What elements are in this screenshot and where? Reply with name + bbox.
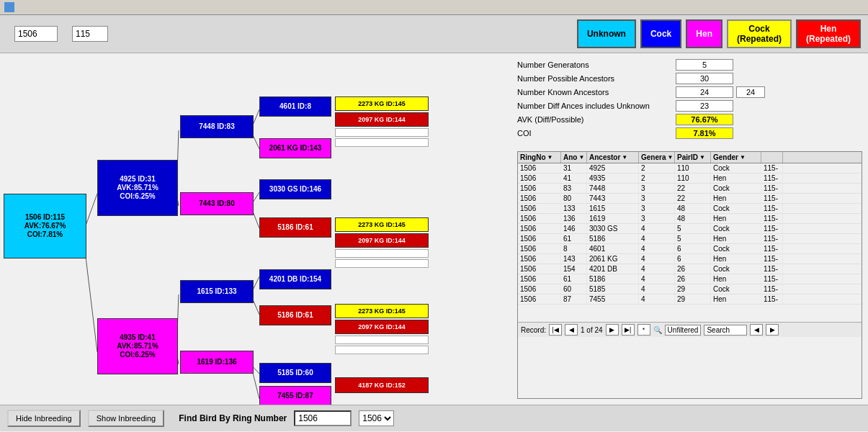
cell-pairid: 22 bbox=[675, 194, 711, 203]
pedigree-1615: 1615 ID:133 bbox=[180, 280, 254, 303]
find-bird-input[interactable] bbox=[294, 410, 352, 426]
cell-ancestor: 4201 DB bbox=[587, 264, 639, 274]
record-info: 1 of 24 bbox=[581, 326, 603, 334]
hide-inbreeding-button[interactable]: Hide Inbreeding bbox=[7, 410, 81, 427]
pedigree-4201: 4201 DB ID:154 bbox=[259, 269, 331, 289]
pedigree-blank-a1 bbox=[335, 128, 429, 137]
grid-search-input[interactable] bbox=[704, 325, 747, 336]
pedigree-1619: 1619 ID:136 bbox=[180, 351, 254, 374]
cell-genera: 4 bbox=[639, 284, 675, 294]
possible-label: Number Possible Ancestors bbox=[517, 74, 676, 83]
pedigree-7455: 7455 ID:87 bbox=[259, 386, 331, 405]
filter-icon: 🔍 bbox=[653, 326, 662, 334]
cell-ano: 143 bbox=[561, 254, 587, 264]
cell-gender: Cock bbox=[711, 224, 761, 233]
cell-extra: 115- bbox=[761, 294, 783, 304]
cell-ringno: 1506 bbox=[518, 254, 561, 264]
avk-value: 76.67% bbox=[676, 114, 733, 125]
cell-pairid: 22 bbox=[675, 184, 711, 193]
cell-gender: Hen bbox=[711, 194, 761, 203]
col-ano[interactable]: Ano ▼ bbox=[561, 152, 587, 163]
pedigree-2273-c: 2273 KG ID:145 bbox=[335, 304, 429, 318]
stats-row-coi: COI 7.81% bbox=[517, 127, 862, 139]
table-row: 1506 31 4925 2 110 Cock 115- bbox=[518, 163, 862, 174]
cell-extra: 115- bbox=[761, 204, 783, 213]
cell-ano: 31 bbox=[561, 163, 587, 173]
pedigree-2273-a: 2273 KG ID:145 bbox=[335, 96, 429, 111]
cell-extra: 115- bbox=[761, 194, 783, 203]
bird-id-input[interactable] bbox=[72, 26, 108, 42]
nav-first[interactable]: |◀ bbox=[549, 324, 562, 336]
cell-pairid: 110 bbox=[675, 163, 711, 173]
table-row: 1506 143 2061 KG 4 6 Hen 115- bbox=[518, 254, 862, 264]
col-ancestor[interactable]: Ancestor ▼ bbox=[587, 152, 639, 163]
pedigree-2273-b: 2273 KG ID:145 bbox=[335, 217, 429, 232]
cell-pairid: 29 bbox=[675, 294, 711, 304]
cell-ringno: 1506 bbox=[518, 294, 561, 304]
cell-gender: Cock bbox=[711, 284, 761, 294]
nav-prev[interactable]: ◀ bbox=[565, 324, 578, 336]
cell-genera: 2 bbox=[639, 163, 675, 173]
cell-gender: Cock bbox=[711, 163, 761, 173]
avk-label: AVK (Diff/Possible) bbox=[517, 115, 676, 124]
cell-ano: 83 bbox=[561, 184, 587, 193]
scroll-right[interactable]: ▶ bbox=[766, 324, 779, 336]
hen-button[interactable]: Hen bbox=[686, 19, 722, 48]
table-row: 1506 8 4601 4 6 Cock 115- bbox=[518, 244, 862, 254]
cell-ano: 8 bbox=[561, 244, 587, 253]
cell-extra: 115- bbox=[761, 284, 783, 294]
cell-ringno: 1506 bbox=[518, 163, 561, 173]
cell-ringno: 1506 bbox=[518, 194, 561, 203]
hen-repeated-button[interactable]: Hen(Repeated) bbox=[796, 19, 861, 48]
legend-buttons: Unknown Cock Hen Cock(Repeated) Hen(Repe… bbox=[577, 19, 861, 48]
stats-table: Number Generatons 5 Number Possible Ance… bbox=[517, 59, 862, 141]
cell-pairid: 110 bbox=[675, 174, 711, 183]
cell-gender: Hen bbox=[711, 234, 761, 243]
pedigree-4601: 4601 ID:8 bbox=[259, 96, 331, 117]
header-bar: Unknown Cock Hen Cock(Repeated) Hen(Repe… bbox=[0, 15, 868, 53]
cell-pairid: 48 bbox=[675, 214, 711, 223]
table-row: 1506 136 1619 3 48 Hen 115- bbox=[518, 214, 862, 224]
nav-last[interactable]: ▶| bbox=[622, 324, 635, 336]
cell-genera: 4 bbox=[639, 244, 675, 253]
stats-row-known: Number Known Ancestors 24 24 bbox=[517, 86, 862, 98]
cell-genera: 2 bbox=[639, 174, 675, 183]
col-ringno[interactable]: RingNo ▼ bbox=[518, 152, 561, 163]
bird-ring-no-input[interactable] bbox=[14, 26, 58, 42]
cell-genera: 3 bbox=[639, 214, 675, 223]
diff-label: Number Diff Ances includes Unknown bbox=[517, 102, 676, 110]
cell-ano: 146 bbox=[561, 224, 587, 233]
cell-genera: 4 bbox=[639, 294, 675, 304]
scroll-left[interactable]: ◀ bbox=[750, 324, 763, 336]
cell-genera: 3 bbox=[639, 204, 675, 213]
unknown-button[interactable]: Unknown bbox=[577, 19, 636, 48]
cock-repeated-button[interactable]: Cock(Repeated) bbox=[727, 19, 792, 48]
cell-pairid: 48 bbox=[675, 204, 711, 213]
stats-row-avk: AVK (Diff/Possible) 76.67% bbox=[517, 114, 862, 125]
cock-button[interactable]: Cock bbox=[640, 19, 681, 48]
col-pairid[interactable]: PairID ▼ bbox=[675, 152, 711, 163]
table-row: 1506 61 5186 4 5 Hen 115- bbox=[518, 234, 862, 244]
cell-gender: Hen bbox=[711, 174, 761, 183]
pedigree-7443: 7443 ID:80 bbox=[180, 192, 254, 215]
pedigree-7448: 7448 ID:83 bbox=[180, 115, 254, 138]
coi-label: COI bbox=[517, 129, 676, 138]
coi-value: 7.81% bbox=[676, 127, 733, 139]
table-row: 1506 133 1615 3 48 Cock 115- bbox=[518, 204, 862, 214]
pedigree-5185: 5185 ID:60 bbox=[259, 363, 331, 383]
col-gender[interactable]: Gender ▼ bbox=[711, 152, 761, 163]
find-bird-dropdown[interactable]: 1506 bbox=[359, 410, 394, 426]
pedigree-blank-c1 bbox=[335, 336, 429, 344]
stats-row-possible: Number Possible Ancestors 30 bbox=[517, 73, 862, 84]
cell-ancestor: 5185 bbox=[587, 284, 639, 294]
nav-new[interactable]: * bbox=[637, 324, 650, 336]
cell-genera: 4 bbox=[639, 224, 675, 233]
show-inbreeding-button[interactable]: Show Inbreeding bbox=[88, 410, 165, 427]
col-genera[interactable]: Genera ▼ bbox=[639, 152, 675, 163]
right-panel: Number Generatons 5 Number Possible Ance… bbox=[511, 53, 868, 405]
unfiltered-badge: Unfiltered bbox=[665, 325, 702, 336]
cell-ringno: 1506 bbox=[518, 264, 561, 274]
cell-ringno: 1506 bbox=[518, 284, 561, 294]
nav-next[interactable]: ▶ bbox=[606, 324, 619, 336]
cell-ancestor: 5186 bbox=[587, 234, 639, 243]
